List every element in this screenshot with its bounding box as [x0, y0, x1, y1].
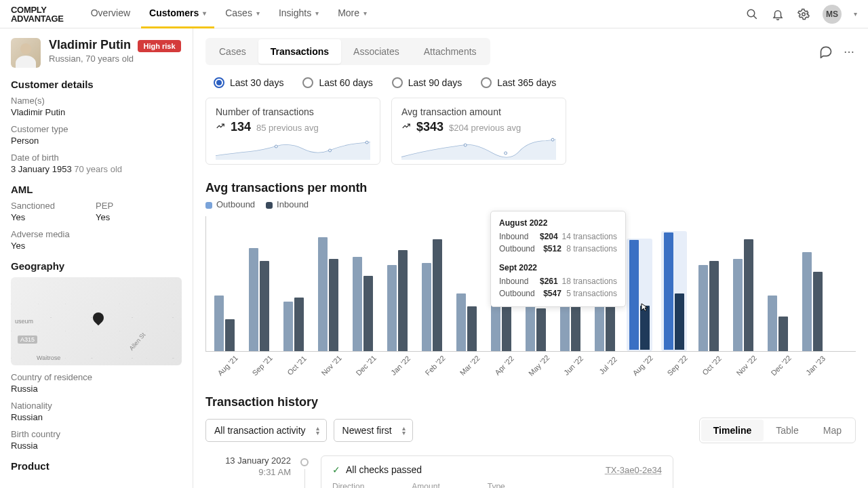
- bell-icon[interactable]: [771, 7, 785, 21]
- legend-inbound: Inbound: [266, 199, 309, 209]
- bar-group[interactable]: [800, 252, 825, 351]
- top-nav: COMPLY ADVANTAGE Overview Customers▾ Cas…: [0, 0, 868, 28]
- adverse-label: Adverse media: [11, 229, 182, 239]
- tx-id-link[interactable]: TX-3ae0-2e34: [606, 465, 662, 475]
- stat-value: 134: [231, 120, 251, 134]
- x-label: Sep '21: [250, 353, 274, 377]
- nav-overview[interactable]: Overview: [83, 0, 138, 28]
- filter-sort[interactable]: Newest first▴▾: [334, 419, 413, 442]
- bar-outbound: [802, 252, 812, 351]
- stat-label: Number of transactions: [216, 106, 370, 117]
- bar-group[interactable]: [212, 296, 237, 351]
- bar-outbound: [214, 296, 224, 351]
- bar-group[interactable]: [765, 296, 791, 351]
- x-label: Nov '21: [319, 353, 343, 377]
- x-label: Oct '21: [285, 353, 309, 377]
- comment-icon[interactable]: [819, 45, 833, 58]
- bar-group[interactable]: [350, 257, 376, 351]
- bar-inbound: [778, 317, 788, 351]
- tx-col-direction: Direction: [332, 482, 364, 488]
- x-label: Aug '22: [631, 353, 654, 377]
- sort-icon: ▴▾: [316, 426, 319, 435]
- sparkline: [216, 137, 370, 160]
- bar-outbound: [733, 259, 743, 351]
- svg-point-7: [505, 152, 507, 155]
- x-label: Dec '21: [354, 353, 378, 377]
- x-label: Nov '22: [734, 353, 758, 377]
- range-30[interactable]: Last 30 days: [214, 77, 283, 88]
- bar-inbound: [225, 319, 235, 352]
- range-60[interactable]: Last 60 days: [302, 77, 372, 88]
- bar-group[interactable]: [627, 239, 652, 351]
- search-icon[interactable]: [745, 7, 759, 21]
- view-table[interactable]: Table: [764, 420, 810, 441]
- dob-value: 3 January 1953 70 years old: [11, 164, 182, 174]
- tab-cases[interactable]: Cases: [207, 39, 258, 64]
- svg-point-2: [802, 12, 806, 16]
- profile-picture: [11, 38, 41, 68]
- x-label: Jul '22: [596, 353, 620, 377]
- bar-outbound: [353, 257, 362, 351]
- chevron-down-icon[interactable]: ▾: [854, 10, 857, 18]
- svg-line-1: [753, 16, 757, 19]
- adverse-value: Yes: [11, 241, 182, 251]
- x-label: Apr '22: [492, 353, 516, 377]
- range-365[interactable]: Last 365 days: [481, 77, 556, 88]
- tab-transactions[interactable]: Transactions: [258, 39, 341, 64]
- tx-col-type: Type: [488, 482, 505, 488]
- x-label: May '22: [527, 353, 551, 377]
- bar-outbound: [698, 265, 708, 351]
- timeline-dot-icon: [300, 458, 309, 466]
- bar-group[interactable]: [523, 302, 549, 351]
- x-label: Sep '22: [665, 353, 689, 377]
- bar-inbound: [467, 306, 477, 352]
- bar-group[interactable]: [281, 298, 307, 351]
- x-label: Feb '22: [423, 353, 447, 377]
- tab-associates[interactable]: Associates: [341, 39, 412, 64]
- bar-outbound: [249, 248, 258, 351]
- view-timeline[interactable]: Timeline: [701, 420, 764, 441]
- nav-more[interactable]: More▾: [330, 0, 375, 28]
- bar-group[interactable]: [246, 248, 272, 351]
- map-pin-icon: [91, 310, 106, 326]
- bar-group[interactable]: [661, 231, 687, 351]
- bc-label: Birth country: [11, 429, 182, 439]
- gear-icon[interactable]: [797, 7, 810, 21]
- x-label: Mar '22: [458, 353, 481, 377]
- nav-customers[interactable]: Customers▾: [141, 0, 214, 28]
- radio-icon: [392, 77, 403, 88]
- bar-group[interactable]: [419, 239, 445, 351]
- user-avatar[interactable]: MS: [823, 5, 842, 24]
- tooltip-month2: Sept 2022: [499, 263, 617, 272]
- view-map[interactable]: Map: [811, 420, 854, 441]
- nav-cases[interactable]: Cases▾: [217, 0, 268, 28]
- tx-card[interactable]: ✓ All checks passed TX-3ae0-2e34 Directi…: [321, 455, 673, 488]
- bar-group[interactable]: [730, 239, 756, 351]
- bar-group[interactable]: [454, 293, 479, 352]
- chevron-down-icon: ▾: [203, 9, 206, 17]
- map-waitrose-label: Waitrose: [37, 354, 60, 361]
- bar-group[interactable]: [384, 250, 410, 351]
- bar-outbound: [283, 302, 293, 351]
- x-label: Aug '21: [216, 353, 239, 377]
- bar-outbound: [526, 302, 535, 351]
- tab-attachments[interactable]: Attachments: [412, 39, 489, 64]
- view-toggle: Timeline Table Map: [699, 418, 856, 443]
- filter-activity[interactable]: All transaction activity▴▾: [205, 419, 327, 442]
- nat-value: Russian: [11, 412, 182, 422]
- bar-outbound: [422, 263, 431, 351]
- cor-value: Russia: [11, 384, 182, 394]
- svg-point-5: [366, 141, 368, 144]
- bar-group[interactable]: [696, 261, 722, 351]
- svg-point-0: [747, 9, 755, 17]
- chevron-down-icon: ▾: [315, 9, 319, 17]
- range-90[interactable]: Last 90 days: [392, 77, 462, 88]
- more-icon[interactable]: ⋯: [842, 45, 856, 58]
- dob-label: Date of birth: [11, 152, 182, 163]
- nav-items: Overview Customers▾ Cases▾ Insights▾ Mor…: [83, 0, 375, 28]
- bc-value: Russia: [11, 441, 182, 451]
- nav-insights[interactable]: Insights▾: [271, 0, 327, 28]
- map[interactable]: A315 useum Allen St Waitrose: [11, 277, 182, 365]
- bar-inbound: [363, 276, 373, 351]
- bar-group[interactable]: [315, 237, 341, 351]
